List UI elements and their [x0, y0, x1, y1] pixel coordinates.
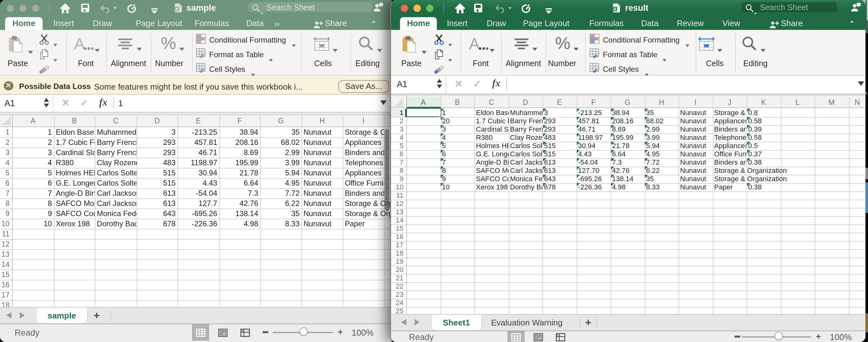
svg-text:A: A: [469, 37, 480, 51]
svg-text:A: A: [74, 37, 85, 51]
svg-text:X: X: [176, 7, 178, 11]
svg-text:X: X: [614, 7, 617, 11]
